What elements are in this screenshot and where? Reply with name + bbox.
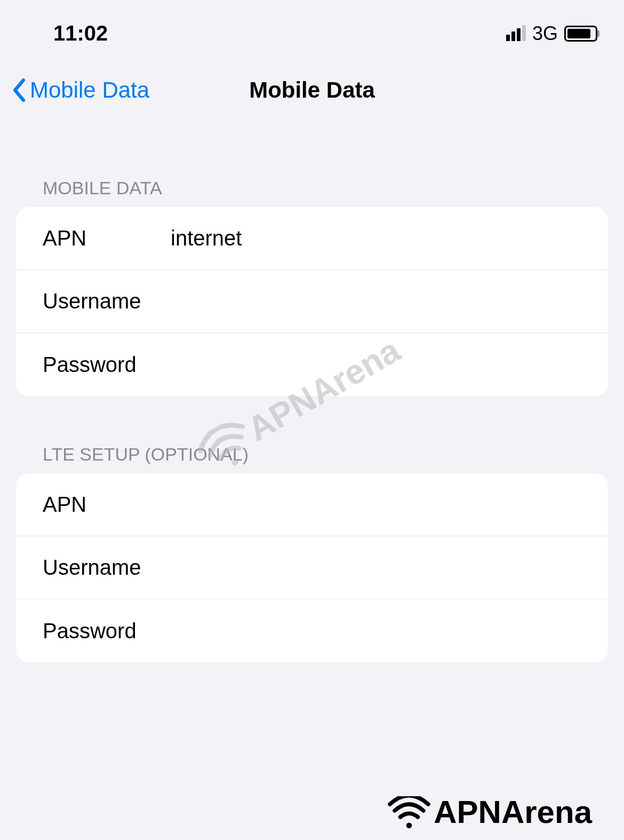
label-apn: APN [43,493,171,517]
label-password: Password [43,353,171,377]
label-username: Username [43,289,171,313]
status-right: 3G [506,22,597,45]
row-lte-password[interactable]: Password [16,599,608,662]
label-password: Password [43,619,171,643]
row-lte-apn[interactable]: APN [16,473,608,536]
nav-bar: Mobile Data Mobile Data [0,61,624,124]
form-group-lte-setup: APN Username Password [16,473,608,662]
label-username: Username [43,556,171,580]
input-lte-apn[interactable] [171,493,581,517]
input-mobile-data-apn[interactable] [171,226,581,250]
row-mobile-data-username[interactable]: Username [16,270,608,333]
watermark-bottom: APNArena [388,794,592,830]
watermark-text: APNArena [434,794,592,830]
label-apn: APN [43,226,171,250]
back-button[interactable]: Mobile Data [11,77,149,103]
battery-icon [564,26,597,42]
input-lte-password[interactable] [171,619,581,643]
form-group-mobile-data: APN Username Password [16,207,608,396]
network-type: 3G [532,22,558,45]
section-header-mobile-data: MOBILE DATA [0,124,624,207]
section-header-lte-setup: LTE SETUP (OPTIONAL) [0,396,624,473]
wifi-icon [388,796,430,828]
chevron-left-icon [11,77,28,103]
status-bar: 11:02 3G [0,0,624,61]
signal-icon [506,26,526,41]
input-lte-username[interactable] [171,556,581,580]
input-mobile-data-username[interactable] [171,289,581,313]
input-mobile-data-password[interactable] [171,353,581,377]
row-lte-username[interactable]: Username [16,536,608,599]
page-title: Mobile Data [249,77,375,103]
row-mobile-data-apn[interactable]: APN [16,207,608,270]
back-label: Mobile Data [30,77,149,103]
row-mobile-data-password[interactable]: Password [16,333,608,396]
status-time: 11:02 [53,21,108,45]
